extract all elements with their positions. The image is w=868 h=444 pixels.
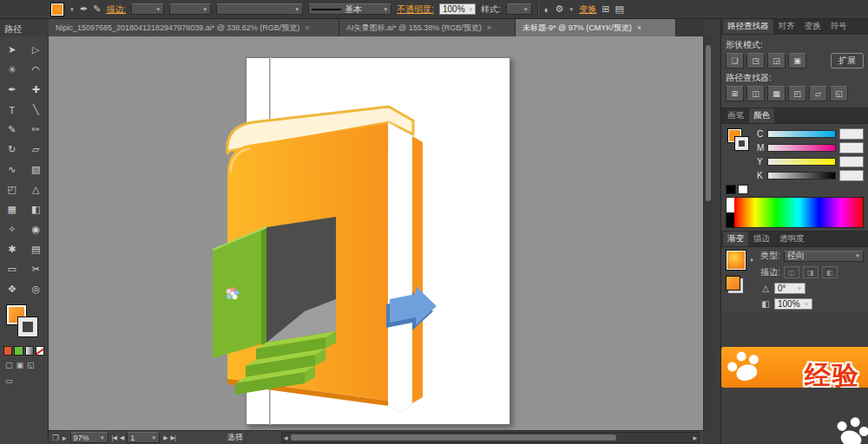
tab-transparency[interactable]: 透明度	[775, 232, 809, 246]
opacity-dropdown[interactable]: 100%▼	[439, 3, 476, 15]
lasso-tool-button[interactable]: ◠	[24, 60, 49, 80]
zoom-dropdown[interactable]: 97% ▼	[70, 432, 108, 443]
book-illustration[interactable]	[204, 100, 447, 429]
gradient-fill-stroke-proxy[interactable]	[726, 276, 740, 291]
width-tool-button[interactable]: ∿	[0, 160, 24, 180]
fill-caret-icon[interactable]: ▼	[69, 7, 75, 12]
last-color-button[interactable]	[14, 346, 23, 356]
spectrum-ramp[interactable]	[734, 198, 863, 227]
book-back-cover-edge[interactable]	[412, 136, 423, 403]
bw-spectrum-cap[interactable]	[727, 198, 734, 227]
yellow-value-field[interactable]	[839, 156, 864, 167]
white-swatch[interactable]	[738, 185, 748, 194]
zoom-tool-button[interactable]: ◎	[24, 279, 49, 299]
artboard-tool-button[interactable]: ▭	[0, 259, 24, 279]
direct-selection-tool-button[interactable]: ▷	[24, 40, 49, 60]
prev-artboard-button[interactable]: ◀	[120, 434, 123, 441]
magenta-slider[interactable]	[767, 144, 836, 152]
gradient-angle-dropdown[interactable]: 0° ▼	[774, 283, 806, 294]
eyedropper-tool-button[interactable]: ✧	[0, 219, 24, 239]
stroke-link[interactable]: 描边:	[106, 3, 126, 16]
blend-tool-button[interactable]: ◉	[24, 219, 49, 239]
tab-symbols[interactable]: 符号	[826, 19, 852, 34]
stroke-swatch[interactable]	[18, 317, 37, 336]
gradient-button[interactable]	[25, 346, 34, 356]
divide-button[interactable]: ⊞	[726, 86, 744, 101]
stroke-gradient-along-button[interactable]: ◨	[803, 266, 819, 278]
book-pages[interactable]	[386, 122, 412, 412]
gradient-fill-swatch[interactable]	[726, 250, 746, 271]
stroke-gradient-across-button[interactable]: ◧	[822, 266, 838, 278]
horizontal-scrollbar[interactable]: ◀ ▶	[281, 432, 700, 443]
draw-normal-icon[interactable]: ▢	[5, 361, 13, 369]
gradient-tool-button[interactable]: ◧	[24, 199, 49, 219]
tab-stroke[interactable]: 描边	[749, 232, 774, 246]
document-tab-2[interactable]: AI矢量图标.ai* @ 155.38% (RGB/预览) ×	[339, 19, 516, 36]
free-transform-tool-button[interactable]: ▧	[24, 160, 49, 180]
brush-definition-dropdown[interactable]: 基本 ▼	[308, 3, 391, 15]
gradient-swatch-caret-icon[interactable]: ▼	[749, 258, 754, 263]
variable-width-dropdown[interactable]: ▼	[216, 3, 303, 15]
outline-button[interactable]: ▱	[809, 86, 827, 101]
black-slider[interactable]	[767, 172, 836, 180]
tab-align[interactable]: 对齐	[774, 19, 799, 34]
color-spectrum[interactable]	[726, 197, 864, 228]
paintbrush-tool-button[interactable]: ✎	[0, 120, 24, 140]
tab-gradient[interactable]: 渐变	[723, 232, 748, 246]
canvas[interactable]	[49, 36, 703, 430]
minus-back-button[interactable]: ◱	[830, 86, 848, 101]
black-swatch[interactable]	[726, 185, 736, 194]
perspective-grid-tool-button[interactable]: △	[24, 180, 49, 199]
stroke-profile-dropdown[interactable]: ▼	[169, 3, 211, 15]
hand-tool-button[interactable]: ✥	[0, 279, 24, 299]
workspace-icon[interactable]: ▤	[615, 3, 623, 15]
opacity-link[interactable]: 不透明度:	[397, 3, 434, 16]
trim-button[interactable]: ◫	[746, 86, 765, 101]
close-icon[interactable]: ×	[305, 23, 309, 32]
none-button[interactable]	[36, 346, 44, 356]
first-artboard-button[interactable]: |◀	[112, 434, 116, 441]
close-icon[interactable]: ×	[637, 23, 641, 32]
exclude-button[interactable]: ▣	[788, 53, 806, 69]
align-grid-icon[interactable]: ⊞	[602, 3, 609, 15]
scroll-left-icon[interactable]: ◀	[282, 434, 290, 441]
intersect-button[interactable]: ◲	[767, 53, 786, 69]
horizontal-scrollbar-thumb[interactable]	[291, 434, 616, 441]
magic-wand-tool-button[interactable]: ✳	[0, 60, 24, 80]
document-setup-icon[interactable]: ◐	[544, 4, 550, 15]
style-dropdown[interactable]: ▼	[506, 3, 532, 15]
color-fill-stroke-indicator[interactable]	[726, 127, 752, 156]
scale-tool-button[interactable]: ▱	[24, 140, 49, 160]
vertical-scrollbar[interactable]	[703, 36, 713, 430]
cyan-value-field[interactable]	[839, 128, 864, 140]
merge-button[interactable]: ▦	[767, 86, 786, 101]
gradient-type-dropdown[interactable]: 径向 ▼	[784, 251, 864, 262]
tab-brushes[interactable]: 画笔	[723, 108, 748, 123]
expand-button[interactable]: 扩展	[831, 53, 864, 69]
cyan-slider[interactable]	[767, 130, 836, 138]
crop-button[interactable]: ◰	[788, 86, 806, 101]
preferences-caret-icon[interactable]: ▼	[569, 7, 574, 12]
next-artboard-button[interactable]: ▶	[163, 434, 167, 441]
draw-inside-icon[interactable]: ◱	[27, 361, 35, 369]
pen-tool-button[interactable]: ✒	[0, 80, 24, 100]
unite-button[interactable]: ❏	[726, 53, 744, 69]
close-icon[interactable]: ×	[487, 23, 491, 32]
mesh-tool-button[interactable]: ▦	[0, 199, 24, 219]
last-artboard-button[interactable]: ▶|	[171, 434, 175, 441]
color-button[interactable]	[3, 346, 12, 356]
yellow-slider[interactable]	[767, 158, 836, 166]
slice-tool-button[interactable]: ✂	[24, 259, 49, 279]
scroll-right-icon[interactable]: ▶	[691, 434, 699, 441]
column-graph-tool-button[interactable]: ▤	[24, 239, 49, 259]
add-anchor-tool-button[interactable]: ✚	[24, 80, 49, 100]
stroke-gradient-within-button[interactable]: ◫	[784, 266, 799, 278]
pencil-tool-button[interactable]: ✏	[24, 120, 49, 140]
document-tab-1[interactable]: Nipic_15097685_20180412182947978039.ai* …	[49, 19, 339, 36]
preferences-icon[interactable]: ⚙	[555, 3, 563, 15]
document-tab-3-active[interactable]: 未标题-9* @ 97% (CMYK/预览) ×	[516, 19, 676, 36]
artboard-number-dropdown[interactable]: 1 ▼	[127, 432, 160, 443]
tab-color[interactable]: 颜色	[749, 108, 774, 123]
fill-color-swatch[interactable]	[50, 3, 64, 16]
stroke-proxy[interactable]	[735, 137, 748, 150]
